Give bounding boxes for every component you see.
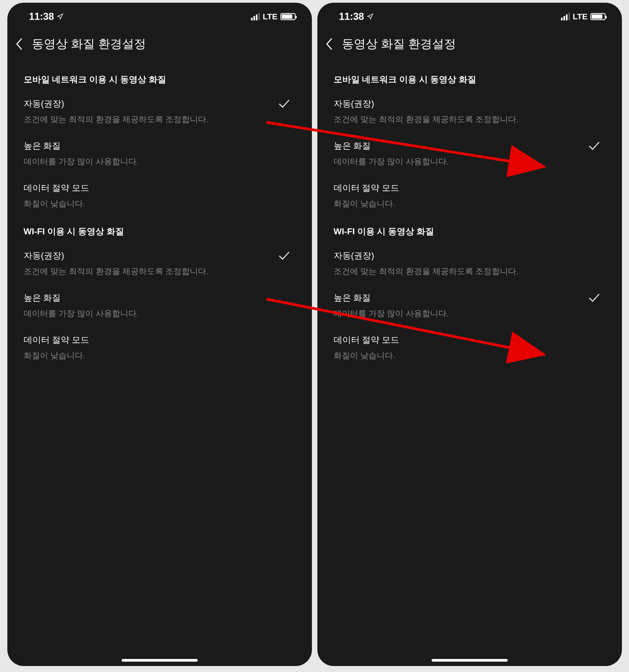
location-icon bbox=[367, 13, 373, 20]
battery-icon bbox=[280, 13, 296, 20]
option-title: 자동(권장) bbox=[334, 98, 606, 110]
option-desc: 조건에 맞는 최적의 환경을 제공하도록 조정합니다. bbox=[24, 114, 278, 125]
option-desc: 조건에 맞는 최적의 환경을 제공하도록 조정합니다. bbox=[334, 114, 606, 125]
option-desc: 화질이 낮습니다. bbox=[24, 350, 296, 361]
option-mobile-auto[interactable]: 자동(권장) 조건에 맞는 최적의 환경을 제공하도록 조정합니다. bbox=[317, 91, 622, 133]
option-wifi-saver[interactable]: 데이터 절약 모드 화질이 낮습니다. bbox=[317, 327, 622, 369]
option-title: 높은 화질 bbox=[24, 140, 296, 152]
status-left: 11:38 bbox=[29, 11, 63, 22]
option-desc: 화질이 낮습니다. bbox=[334, 198, 606, 209]
back-icon[interactable] bbox=[16, 37, 24, 51]
option-title: 높은 화질 bbox=[334, 140, 588, 152]
option-title: 높은 화질 bbox=[334, 292, 588, 304]
option-desc: 조건에 맞는 최적의 환경을 제공하도록 조정합니다. bbox=[334, 266, 606, 277]
checkmark-icon bbox=[278, 99, 290, 108]
status-bar: 11:38 LTE bbox=[7, 3, 312, 28]
network-label: LTE bbox=[263, 12, 277, 21]
option-title: 데이터 절약 모드 bbox=[334, 334, 606, 346]
status-time: 11:38 bbox=[29, 11, 54, 22]
checkmark-icon bbox=[278, 251, 290, 260]
option-mobile-high[interactable]: 높은 화질 데이터를 가장 많이 사용합니다. bbox=[317, 133, 622, 175]
checkmark-icon bbox=[588, 293, 600, 302]
section-wifi-header: WI-FI 이용 시 동영상 화질 bbox=[7, 217, 312, 243]
checkmark-icon bbox=[588, 141, 600, 150]
page-header: 동영상 화질 환경설정 bbox=[317, 28, 622, 66]
option-desc: 데이터를 가장 많이 사용합니다. bbox=[334, 156, 588, 167]
option-desc: 화질이 낮습니다. bbox=[24, 198, 296, 209]
phone-screen-left: 11:38 LTE 동영상 화질 환경설정 모바일 네트워크 이용 시 동영상 … bbox=[7, 3, 312, 666]
option-wifi-high[interactable]: 높은 화질 데이터를 가장 많이 사용합니다. bbox=[7, 285, 312, 327]
section-wifi-header: WI-FI 이용 시 동영상 화질 bbox=[317, 217, 622, 243]
page-header: 동영상 화질 환경설정 bbox=[7, 28, 312, 66]
home-indicator[interactable] bbox=[121, 659, 198, 662]
option-mobile-auto[interactable]: 자동(권장) 조건에 맞는 최적의 환경을 제공하도록 조정합니다. bbox=[7, 91, 312, 133]
home-indicator[interactable] bbox=[432, 659, 508, 662]
option-wifi-high[interactable]: 높은 화질 데이터를 가장 많이 사용합니다. bbox=[317, 285, 622, 327]
option-title: 자동(권장) bbox=[334, 250, 606, 262]
option-desc: 조건에 맞는 최적의 환경을 제공하도록 조정합니다. bbox=[24, 266, 278, 277]
page-title: 동영상 화질 환경설정 bbox=[32, 36, 146, 52]
option-title: 높은 화질 bbox=[24, 292, 296, 304]
status-right: LTE bbox=[251, 12, 295, 21]
battery-icon bbox=[590, 13, 606, 20]
back-icon[interactable] bbox=[326, 37, 334, 51]
status-time: 11:38 bbox=[339, 11, 364, 22]
option-desc: 데이터를 가장 많이 사용합니다. bbox=[24, 308, 296, 319]
option-desc: 데이터를 가장 많이 사용합니다. bbox=[24, 156, 296, 167]
option-title: 자동(권장) bbox=[24, 250, 278, 262]
option-title: 데이터 절약 모드 bbox=[334, 182, 606, 194]
network-label: LTE bbox=[573, 12, 587, 21]
option-mobile-saver[interactable]: 데이터 절약 모드 화질이 낮습니다. bbox=[7, 175, 312, 217]
page-title: 동영상 화질 환경설정 bbox=[342, 36, 456, 52]
option-title: 데이터 절약 모드 bbox=[24, 334, 296, 346]
option-desc: 화질이 낮습니다. bbox=[334, 350, 606, 361]
option-wifi-auto[interactable]: 자동(권장) 조건에 맞는 최적의 환경을 제공하도록 조정합니다. bbox=[317, 243, 622, 285]
status-left: 11:38 bbox=[339, 11, 373, 22]
status-bar: 11:38 LTE bbox=[317, 3, 622, 28]
option-wifi-saver[interactable]: 데이터 절약 모드 화질이 낮습니다. bbox=[7, 327, 312, 369]
phone-screen-right: 11:38 LTE 동영상 화질 환경설정 모바일 네트워크 이용 시 동영상 … bbox=[317, 3, 622, 666]
option-mobile-saver[interactable]: 데이터 절약 모드 화질이 낮습니다. bbox=[317, 175, 622, 217]
option-mobile-high[interactable]: 높은 화질 데이터를 가장 많이 사용합니다. bbox=[7, 133, 312, 175]
signal-icon bbox=[561, 13, 570, 20]
option-title: 자동(권장) bbox=[24, 98, 278, 110]
section-mobile-header: 모바일 네트워크 이용 시 동영상 화질 bbox=[7, 66, 312, 91]
option-title: 데이터 절약 모드 bbox=[24, 182, 296, 194]
location-icon bbox=[57, 13, 63, 20]
status-right: LTE bbox=[561, 12, 605, 21]
option-desc: 데이터를 가장 많이 사용합니다. bbox=[334, 308, 588, 319]
signal-icon bbox=[251, 13, 260, 20]
option-wifi-auto[interactable]: 자동(권장) 조건에 맞는 최적의 환경을 제공하도록 조정합니다. bbox=[7, 243, 312, 285]
section-mobile-header: 모바일 네트워크 이용 시 동영상 화질 bbox=[317, 66, 622, 91]
